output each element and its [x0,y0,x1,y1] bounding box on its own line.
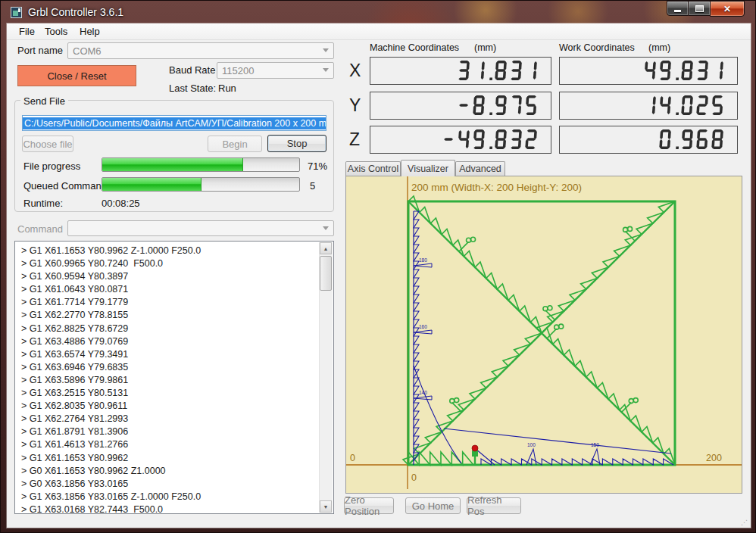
file-path-input[interactable]: C:/Users/Public/Documents/Файлы ArtCAM/У… [22,115,326,131]
send-file-group-label: Send File [20,95,68,107]
chevron-down-icon [323,48,329,52]
last-state-label: Last State: [169,83,216,94]
file-progress-label: File progress [23,161,80,172]
svg-text:0: 0 [350,453,355,463]
log-line: > G1 X61.8791 Y81.3906 [15,425,333,438]
tab-axis-control[interactable]: Axis Control [345,161,401,176]
file-path-value: C:/Users/Public/Documents/Файлы ArtCAM/У… [23,117,326,129]
tab-advanced[interactable]: Advanced [455,161,505,176]
log-line: > G1 X62.8035 Y80.9611 [15,400,333,413]
machine-units-label: (mm) [474,42,496,53]
log-line: > G1 X60.9965 Y80.7240 F500.0 [15,257,333,270]
log-line: > G1 X62.2764 Y81.2993 [15,413,333,425]
log-line: > G1 X61.0643 Y80.0871 [15,283,333,296]
stop-button[interactable]: Stop [267,135,326,152]
menu-file[interactable]: File [14,25,39,39]
file-progress-fill [102,158,243,171]
axis-label-x: X [349,61,361,81]
log-line: > G1 X61.1653 Y80.9962 Z-1.0000 F250.0 [15,245,333,257]
log-line: > G1 X62.2770 Y78.8155 [15,309,333,322]
log-line: > G1 X63.2515 Y80.5131 [15,387,333,400]
file-progress-bar [102,157,300,172]
lcd-work-z [559,126,738,154]
log-line: > G1 X61.4613 Y81.2766 [15,438,333,451]
close-button[interactable]: ✕ [710,1,745,17]
log-line: > G1 X61.1653 Y80.9962 [15,452,333,465]
log-line: > G1 X63.0168 Y82.7443 F500.0 [15,503,333,514]
log-line: > G1 X62.8825 Y78.6729 [15,323,333,335]
app-icon [11,7,22,18]
minimize-icon [674,10,681,12]
work-units-label: (mm) [648,42,670,53]
queued-commands-value: 5 [310,180,315,192]
chevron-down-icon [323,68,329,72]
log-line: > G0 X61.1653 Y80.9962 Z1.0000 [15,465,333,478]
machine-coordinates-label: Machine Coordinates [370,42,459,53]
zero-position-button[interactable]: Zero Position [344,497,394,514]
baud-rate-value: 115200 [222,65,254,76]
runtime-label: Runtime: [23,198,63,209]
log-line: > G1 X63.6574 Y79.3491 [15,348,333,361]
port-name-combo[interactable]: COM6 [67,42,334,59]
log-line: > G1 X60.9594 Y80.3897 [15,270,333,283]
svg-text:200 mm (Width-X: 200 Height-: 200 mm (Width-X: 200 Height-Y: 200) [411,182,582,193]
log-line: > G1 X63.6946 Y79.6835 [15,361,333,374]
work-coordinates-label: Work Coordinates [559,42,635,53]
scroll-thumb[interactable] [320,256,332,291]
app-window: Grbl Controller 3.6.1 ✕ File Tools Help … [0,0,756,533]
menu-tools[interactable]: Tools [40,25,72,39]
client-area: File Tools Help Port name COM6 Close / R… [7,23,751,528]
log-scrollbar[interactable]: ▲ ▼ [319,242,333,513]
resize-grip[interactable]: ⋰ [741,519,748,526]
svg-text:200: 200 [706,453,722,463]
log-line: > G0 X63.1856 Y83.0165 [15,478,333,491]
log-line: > G1 X61.7714 Y79.1779 [15,296,333,309]
menu-bar: File Tools Help [7,23,751,40]
log-line: > G1 X63.4886 Y79.0769 [15,335,333,348]
command-combo[interactable] [67,220,334,236]
port-name-label: Port name [17,45,63,56]
scroll-down-icon[interactable]: ▼ [320,500,332,513]
command-label: Command [17,223,63,235]
visualizer-pane: 200 mm (Width-X: 200 Height-Y: 200)02000… [345,176,742,494]
refresh-pos-button[interactable]: Refresh Pos [467,497,521,514]
lcd-machine-y [370,92,551,120]
lcd-work-x [559,57,738,85]
axis-label-y: Y [349,95,361,116]
gcode-log-list[interactable]: > G1 X61.1653 Y80.9962 Z-1.0000 F250.0> … [14,241,334,514]
begin-button[interactable]: Begin [208,136,262,152]
lcd-work-y [559,92,738,120]
svg-text:160: 160 [419,324,427,329]
baud-rate-combo[interactable]: 115200 [217,62,334,79]
queued-commands-fill [102,178,201,191]
svg-text:0: 0 [411,472,417,483]
svg-text:180: 180 [419,257,427,263]
lcd-machine-x [370,57,551,85]
close-icon: ✕ [723,4,731,14]
svg-text:100: 100 [527,442,536,447]
queued-commands-label: Queued Commands [23,180,111,192]
log-line: > G1 X63.5896 Y79.9861 [15,374,333,387]
minimize-button[interactable] [667,1,689,16]
log-line: > G1 X63.1856 Y83.0165 Z-1.0000 F250.0 [15,491,333,503]
file-progress-value: 71% [308,161,327,172]
lcd-machine-z [370,126,551,154]
go-home-button[interactable]: Go Home [405,497,461,514]
last-state-value: Run [218,83,236,94]
chevron-down-icon [323,226,329,230]
scroll-up-icon[interactable]: ▲ [320,242,332,254]
choose-file-button[interactable]: Choose file [22,136,73,152]
title-bar[interactable]: Grbl Controller 3.6.1 ✕ [1,1,755,23]
runtime-value: 00:08:25 [102,198,140,209]
maximize-icon [695,5,704,12]
window-title: Grbl Controller 3.6.1 [28,6,123,18]
queued-commands-bar [102,177,300,192]
menu-help[interactable]: Help [75,25,105,39]
tab-visualizer[interactable]: Visualizer [401,160,455,176]
close-reset-button[interactable]: Close / Reset [17,65,136,86]
axis-label-z: Z [349,129,360,150]
port-name-value: COM6 [73,45,102,57]
baud-rate-label: Baud Rate [169,64,215,76]
maximize-button[interactable] [689,1,710,16]
toolpath-canvas[interactable]: 200 mm (Width-X: 200 Height-Y: 200)02000… [346,176,742,493]
